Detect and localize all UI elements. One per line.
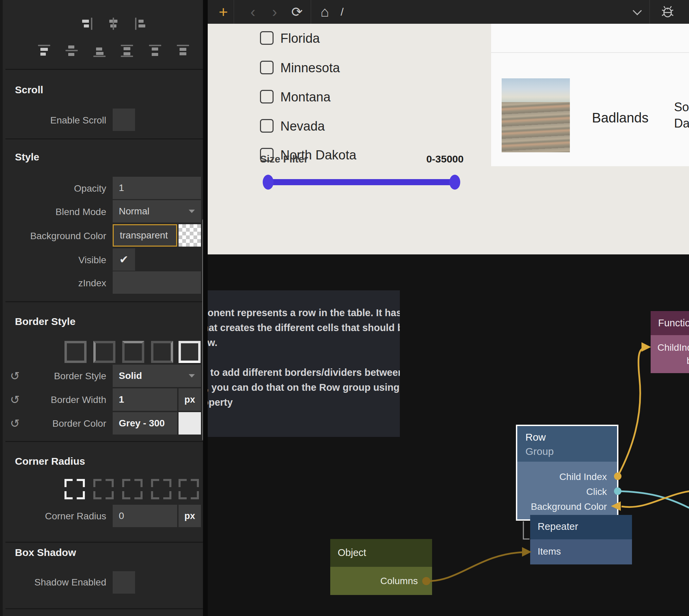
border-left-side-button[interactable] bbox=[93, 341, 115, 363]
shadow-enabled-checkbox[interactable] bbox=[113, 571, 135, 594]
card-divider bbox=[491, 52, 689, 53]
space-between-vertical-icon[interactable] bbox=[121, 45, 133, 57]
slider-handle-min[interactable] bbox=[263, 175, 274, 190]
blend-mode-label: Blend Mode bbox=[3, 207, 106, 217]
blend-mode-value: Normal bbox=[119, 206, 149, 217]
opacity-input[interactable]: 1 bbox=[113, 177, 201, 199]
parent-child-link bbox=[523, 521, 529, 539]
background-color-label: Background Color bbox=[3, 231, 106, 242]
state-label: Montana bbox=[280, 90, 331, 104]
properties-sidebar: Scroll Enable Scroll Style Opacity 1 Ble… bbox=[0, 0, 205, 616]
section-divider bbox=[5, 301, 206, 302]
background-color-input[interactable]: transparent bbox=[113, 224, 177, 247]
shadow-enabled-label: Shadow Enabled bbox=[3, 577, 106, 588]
wire-background-color bbox=[621, 491, 689, 507]
wire-arrow-into-background-color bbox=[611, 501, 621, 511]
corner-top-left-button[interactable] bbox=[93, 479, 114, 499]
border-all-sides-button[interactable] bbox=[64, 341, 87, 363]
slider-handle-max[interactable] bbox=[449, 175, 460, 190]
result-card[interactable]: Badlands South Dakota bbox=[491, 24, 689, 166]
chevron-down-icon bbox=[189, 374, 195, 378]
forward-icon[interactable]: › bbox=[266, 0, 283, 24]
border-color-swatch[interactable] bbox=[179, 412, 201, 435]
corner-radius-unit[interactable]: px bbox=[179, 505, 201, 527]
border-top-side-button[interactable] bbox=[122, 341, 144, 363]
corner-radius-input[interactable]: 0 bbox=[113, 505, 177, 527]
border-color-input[interactable]: Grey - 300 bbox=[113, 412, 177, 435]
section-divider bbox=[5, 138, 206, 139]
state-label: Minnesota bbox=[280, 61, 340, 75]
node-graph-editor[interactable]: mponent represents a row in the table. I… bbox=[208, 254, 689, 616]
border-style-select[interactable]: Solid bbox=[113, 365, 201, 387]
border-style-value: Solid bbox=[119, 370, 142, 381]
chevron-down-icon[interactable] bbox=[634, 7, 640, 14]
back-icon[interactable]: ‹ bbox=[244, 0, 261, 24]
panel-divider bbox=[203, 0, 208, 616]
section-divider bbox=[5, 441, 206, 442]
corner-top-right-button[interactable] bbox=[122, 479, 143, 499]
border-style-section-title: Border Style bbox=[15, 316, 75, 327]
wire-columns-items bbox=[426, 552, 523, 581]
wire-layer bbox=[208, 254, 689, 616]
size-filter-slider-track[interactable] bbox=[265, 179, 459, 185]
visible-checkbox[interactable]: ✔ bbox=[113, 248, 135, 271]
wire-arrow-into-items bbox=[522, 547, 532, 557]
border-right-side-button[interactable] bbox=[151, 341, 173, 363]
connector-dot-click[interactable] bbox=[614, 487, 621, 495]
preview-toolbar: + ‹ › ⟳ ⌂ / bbox=[208, 0, 689, 24]
connector-dot-columns[interactable] bbox=[422, 577, 430, 585]
card-location-line2: Dakota bbox=[674, 115, 689, 132]
size-filter-range-value: 0-35000 bbox=[396, 153, 464, 165]
align-bottom-icon[interactable] bbox=[93, 45, 106, 57]
style-section-title: Style bbox=[15, 151, 39, 163]
border-width-unit[interactable]: px bbox=[179, 388, 201, 411]
badlands-image bbox=[502, 78, 570, 152]
zindex-input[interactable] bbox=[113, 271, 201, 294]
blend-mode-select[interactable]: Normal bbox=[113, 200, 201, 223]
border-color-label: Border Color bbox=[3, 418, 106, 429]
opacity-label: Opacity bbox=[3, 183, 106, 194]
state-checkbox-florida[interactable] bbox=[260, 31, 274, 45]
align-center-horizontal-icon[interactable] bbox=[107, 18, 119, 30]
section-divider bbox=[5, 542, 206, 543]
border-bottom-side-button[interactable] bbox=[179, 341, 201, 363]
wire-childindex bbox=[618, 347, 644, 476]
debug-bug-icon[interactable] bbox=[656, 4, 679, 20]
border-width-input[interactable]: 1 bbox=[113, 388, 177, 411]
add-button[interactable]: + bbox=[214, 0, 233, 24]
corner-radius-label: Corner Radius bbox=[3, 511, 106, 522]
scroll-section-title: Scroll bbox=[15, 84, 43, 96]
card-location-line1: South bbox=[674, 99, 689, 115]
zindex-label: zIndex bbox=[3, 278, 106, 289]
card-title: Badlands bbox=[592, 110, 649, 126]
state-checkbox-minnesota[interactable] bbox=[260, 61, 274, 74]
card-location: South Dakota bbox=[674, 99, 689, 132]
app-window: Scroll Enable Scroll Style Opacity 1 Ble… bbox=[0, 0, 689, 616]
url-path[interactable]: / bbox=[335, 0, 349, 24]
enable-scroll-checkbox[interactable] bbox=[113, 109, 135, 131]
section-divider bbox=[5, 69, 206, 70]
corner-radius-section-title: Corner Radius bbox=[15, 456, 85, 467]
connector-dot-child-index[interactable] bbox=[614, 473, 621, 480]
align-top-icon[interactable] bbox=[38, 45, 50, 57]
background-color-swatch[interactable] bbox=[179, 224, 201, 247]
align-left-icon[interactable] bbox=[135, 18, 147, 30]
home-icon[interactable]: ⌂ bbox=[316, 0, 334, 24]
align-right-icon[interactable] bbox=[80, 18, 92, 30]
corner-bottom-right-button[interactable] bbox=[179, 479, 199, 499]
state-label: Florida bbox=[280, 31, 320, 46]
app-preview: Florida Minnesota Montana Nevada North D… bbox=[208, 24, 689, 254]
stack-top-icon[interactable] bbox=[177, 45, 189, 57]
section-divider bbox=[5, 608, 206, 609]
state-checkbox-montana[interactable] bbox=[260, 90, 274, 103]
toolbar-separator bbox=[311, 0, 311, 24]
align-center-vertical-icon[interactable] bbox=[66, 45, 78, 57]
corner-all-button[interactable] bbox=[64, 479, 85, 499]
distribute-vertical-icon[interactable] bbox=[149, 45, 161, 57]
corner-bottom-left-button[interactable] bbox=[151, 479, 171, 499]
reload-icon[interactable]: ⟳ bbox=[288, 0, 306, 24]
size-filter-label: Size Filter bbox=[260, 153, 308, 165]
state-checkbox-nevada[interactable] bbox=[260, 119, 274, 133]
enable-scroll-label: Enable Scroll bbox=[3, 115, 106, 126]
chevron-down-icon bbox=[189, 210, 195, 213]
